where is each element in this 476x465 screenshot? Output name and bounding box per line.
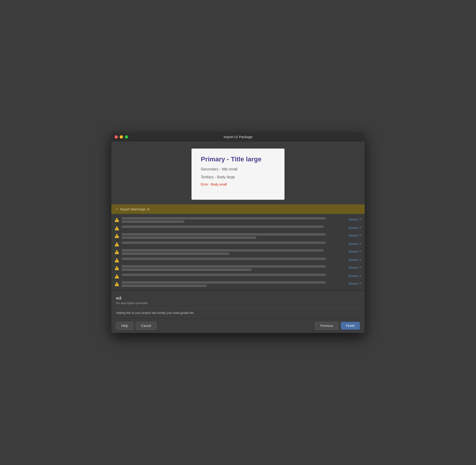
titlebar: Import UI Package	[111, 132, 365, 142]
warning-bar-short	[122, 285, 207, 287]
footer-right: Previous Finish	[315, 322, 360, 330]
warning-content	[122, 233, 346, 239]
warning-bar	[122, 265, 326, 268]
warning-icon: ⚠️	[114, 274, 119, 278]
warning-bar	[122, 225, 324, 228]
source-link[interactable]: Source ↗	[348, 258, 362, 262]
preview-title-small: Secondary - title small	[201, 167, 275, 171]
warning-bar	[122, 242, 326, 244]
warning-bar-short	[122, 236, 256, 239]
warning-icon: ⚠️	[114, 266, 119, 270]
source-link[interactable]: Source ↗	[348, 250, 362, 253]
source-link[interactable]: Source ↗	[348, 218, 362, 221]
source-link[interactable]: Source ↗	[348, 242, 362, 245]
source-link[interactable]: Source ↗	[348, 266, 362, 269]
warning-item: ⚠️Source ↗	[111, 216, 365, 224]
source-link[interactable]: Source ↗	[348, 234, 362, 237]
warning-item: ⚠️Source ↗	[111, 264, 365, 272]
source-link[interactable]: Source ↗	[348, 282, 362, 285]
warning-icon: ⚠️	[114, 282, 119, 286]
warning-icon: ⚠️	[114, 234, 119, 238]
warning-icon: ⚠️	[114, 242, 119, 246]
package-note: Adding this to your project will modify …	[116, 308, 360, 315]
window-title: Import UI Package	[224, 135, 252, 139]
warning-content	[122, 217, 346, 223]
source-link[interactable]: Source ↗	[348, 274, 362, 278]
warning-item: ⚠️Source ↗	[111, 232, 365, 240]
warnings-list: ⚠️Source ↗⚠️Source ↗⚠️Source ↗⚠️Source ↗…	[111, 214, 365, 290]
warning-content	[122, 242, 346, 244]
main-window: Import UI Package Primary - Title large …	[111, 132, 365, 333]
warning-bar	[122, 249, 324, 252]
traffic-lights	[114, 135, 128, 138]
warnings-count-label: Import Warnings: 9	[120, 207, 149, 211]
preview-title-large: Primary - Title large	[201, 156, 275, 163]
source-link[interactable]: Source ↗	[348, 226, 362, 230]
preview-error-small: Error - Body small	[201, 182, 275, 186]
warning-bar-short	[122, 220, 185, 223]
warning-content	[122, 249, 346, 255]
warning-bar-short	[122, 269, 252, 271]
warning-content	[122, 281, 346, 287]
warning-item: ⚠️Source ↗	[111, 248, 365, 256]
close-button[interactable]	[114, 135, 118, 138]
warning-bar	[122, 281, 326, 284]
preview-card: Primary - Title large Secondary - title …	[192, 148, 284, 200]
warnings-header[interactable]: ▾ Import Warnings: 9	[111, 204, 365, 214]
previous-button[interactable]: Previous	[315, 322, 338, 330]
warning-bar	[122, 217, 326, 220]
minimize-button[interactable]	[120, 135, 123, 138]
warning-item: ⚠️Source ↗	[111, 280, 365, 288]
warning-content	[122, 274, 346, 276]
footer: Help Cancel Previous Finish	[111, 318, 365, 333]
info-section: m3 No description provided Adding this t…	[111, 291, 365, 318]
warning-icon: ⚠️	[114, 250, 119, 254]
warning-item: ⚠️Source ↗	[111, 272, 365, 280]
warning-bar	[122, 274, 326, 276]
warning-icon: ⚠️	[114, 258, 119, 263]
warning-content	[122, 265, 346, 271]
cancel-button[interactable]: Cancel	[136, 322, 157, 330]
warning-bar-short	[122, 253, 229, 255]
preview-body-large: Teritiary - Body large	[201, 175, 275, 179]
maximize-button[interactable]	[125, 135, 128, 138]
warning-bar	[122, 258, 326, 260]
warning-item: ⚠️Source ↗	[111, 224, 365, 232]
warning-content	[122, 258, 346, 260]
warning-item: ⚠️Source ↗	[111, 240, 365, 248]
warning-item: ⚠️Source ↗	[111, 256, 365, 264]
warning-icon: ⚠️	[114, 218, 119, 222]
help-button[interactable]: Help	[116, 322, 134, 330]
finish-button[interactable]: Finish	[341, 322, 360, 330]
warning-icon: ⚠️	[114, 226, 119, 230]
package-description: No description provided	[116, 301, 360, 305]
warning-bar	[122, 233, 326, 235]
warning-content	[122, 225, 346, 228]
package-title: m3	[116, 296, 360, 300]
preview-area: Primary - Title large Secondary - title …	[111, 142, 365, 204]
chevron-icon: ▾	[116, 207, 118, 211]
